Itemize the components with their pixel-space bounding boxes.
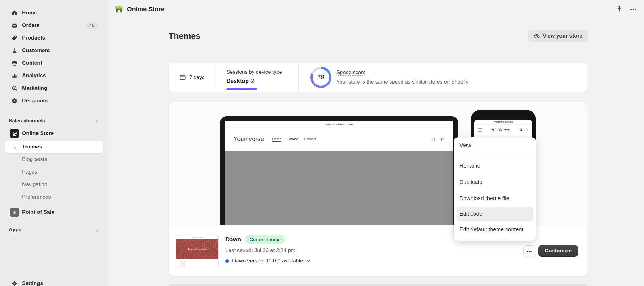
elbow-arrow-icon bbox=[11, 144, 18, 150]
calendar-icon bbox=[179, 74, 186, 81]
sidebar-item-online-store[interactable]: Online Store bbox=[5, 128, 103, 139]
preview-cart-icon bbox=[441, 137, 445, 142]
preview-nav-contact: Contact bbox=[304, 137, 316, 141]
discounts-icon bbox=[11, 98, 18, 104]
view-your-store-button[interactable]: View your store bbox=[528, 30, 588, 42]
sidebar-item-settings[interactable]: Settings bbox=[5, 278, 103, 286]
menu-item-download-theme-file[interactable]: Download theme file bbox=[454, 190, 536, 207]
sidebar: Home Orders 16 Products Customers Conten… bbox=[0, 0, 108, 286]
menu-divider bbox=[454, 154, 536, 154]
sidebar-item-analytics[interactable]: Analytics bbox=[5, 70, 103, 81]
main-content: Themes View your store 7 days Sessions b… bbox=[109, 18, 644, 286]
customers-icon bbox=[11, 47, 18, 54]
sidebar-item-customers[interactable]: Customers bbox=[5, 45, 103, 56]
orders-icon bbox=[11, 22, 18, 29]
preview-nav-catalog: Catalog bbox=[287, 137, 299, 141]
desktop-preview-frame: Welcome to our store Youniverse Home Cat… bbox=[220, 116, 458, 225]
date-range-selector[interactable]: 7 days bbox=[169, 63, 215, 92]
preview-cart-icon bbox=[525, 128, 529, 132]
current-theme-badge: Current theme bbox=[245, 235, 285, 244]
version-update-text: Dawn version 11.0.0 available bbox=[232, 258, 303, 264]
speed-score-section: 78 Speed score Your store is the same sp… bbox=[299, 63, 588, 92]
home-icon bbox=[11, 10, 18, 16]
menu-item-duplicate[interactable]: Duplicate bbox=[454, 174, 536, 190]
sales-channels-header[interactable]: Sales channels › bbox=[5, 116, 103, 126]
online-store-logo bbox=[114, 4, 124, 14]
topbar-title: Online Store bbox=[127, 6, 164, 13]
sidebar-item-products[interactable]: Products bbox=[5, 33, 103, 43]
preview-placeholder bbox=[225, 151, 453, 225]
eye-icon bbox=[533, 33, 540, 40]
menu-item-edit-default-theme-content[interactable]: Edit default theme content bbox=[454, 221, 536, 238]
last-saved-text: Last saved: Jul 26 at 2:24 pm bbox=[225, 247, 295, 254]
thumbnail-caption: Browse our latest products bbox=[188, 248, 206, 250]
speed-score-value: 78 bbox=[317, 74, 324, 81]
theme-actions-menu: View Rename Duplicate Download theme fil… bbox=[454, 137, 536, 241]
online-store-icon bbox=[10, 129, 19, 138]
products-tag-icon bbox=[11, 35, 18, 41]
chevron-right-icon: › bbox=[96, 117, 98, 125]
sidebar-item-blog-posts[interactable]: Blog posts bbox=[5, 154, 103, 165]
preview-search-icon bbox=[519, 128, 523, 132]
sessions-value: Desktop2 bbox=[226, 78, 298, 84]
preview-brand: Youniverse bbox=[234, 136, 264, 143]
pin-icon[interactable] bbox=[616, 6, 623, 13]
sessions-section: Sessions by device type Desktop2 bbox=[215, 63, 298, 92]
sidebar-item-point-of-sale[interactable]: Point of Sale bbox=[5, 207, 103, 218]
update-available-dot bbox=[225, 259, 229, 263]
sidebar-item-orders[interactable]: Orders 16 bbox=[5, 20, 103, 31]
content-icon bbox=[11, 60, 18, 66]
preview-search-icon bbox=[431, 137, 436, 142]
page-title: Themes bbox=[169, 31, 200, 41]
sidebar-item-themes[interactable]: Themes bbox=[5, 141, 103, 153]
theme-name: Dawn bbox=[225, 236, 241, 243]
marketing-target-icon bbox=[11, 85, 18, 91]
device-bar bbox=[226, 88, 257, 90]
sidebar-item-marketing[interactable]: Marketing bbox=[5, 83, 103, 94]
sidebar-item-preferences[interactable]: Preferences bbox=[5, 192, 103, 202]
apps-header[interactable]: Apps › bbox=[5, 224, 103, 235]
speed-score-ring: 78 bbox=[310, 67, 331, 88]
mobile-announcement-bar: Welcome to our store bbox=[474, 120, 532, 125]
next-section-edge bbox=[169, 284, 588, 286]
date-range-label: 7 days bbox=[189, 74, 205, 80]
sidebar-item-discounts[interactable]: Discounts bbox=[5, 95, 103, 106]
topbar-more-options-icon[interactable]: ••• bbox=[630, 7, 637, 12]
preview-announcement-bar: Welcome to our store bbox=[225, 121, 453, 127]
sessions-label[interactable]: Sessions by device type bbox=[226, 69, 298, 75]
mobile-preview-brand: Youniverse bbox=[491, 128, 510, 132]
sidebar-item-content[interactable]: Content bbox=[5, 58, 103, 68]
stats-card: 7 days Sessions by device type Desktop2 … bbox=[169, 63, 588, 92]
chevron-right-icon: › bbox=[96, 226, 98, 234]
chevron-down-icon bbox=[306, 260, 310, 262]
sidebar-item-navigation[interactable]: Navigation bbox=[5, 179, 103, 190]
theme-thumbnail: Browse our latest products bbox=[176, 235, 219, 268]
sidebar-item-home[interactable]: Home bbox=[5, 8, 103, 18]
analytics-bars-icon bbox=[11, 73, 18, 79]
settings-gear-icon bbox=[11, 280, 18, 286]
speed-score-label[interactable]: Speed score bbox=[336, 69, 468, 75]
topbar: Online Store ••• bbox=[109, 0, 644, 18]
version-update-row[interactable]: Dawn version 11.0.0 available bbox=[225, 258, 310, 264]
preview-nav-home: Home bbox=[272, 137, 281, 141]
orders-count-badge: 16 bbox=[86, 22, 97, 29]
hamburger-menu-icon bbox=[478, 128, 482, 132]
customize-button[interactable]: Customize bbox=[538, 245, 578, 257]
menu-item-view[interactable]: View bbox=[454, 140, 536, 151]
speed-score-description: Your store is the same speed as similar … bbox=[336, 79, 468, 85]
point-of-sale-icon bbox=[10, 208, 19, 217]
menu-item-rename[interactable]: Rename bbox=[454, 158, 536, 174]
theme-more-actions-button[interactable]: ••• bbox=[523, 245, 536, 257]
menu-item-edit-code[interactable]: Edit code bbox=[457, 207, 533, 221]
sidebar-item-pages[interactable]: Pages bbox=[5, 167, 103, 177]
shopify-admin-window: { "topbar": { "title": "Online Store" },… bbox=[0, 0, 644, 286]
